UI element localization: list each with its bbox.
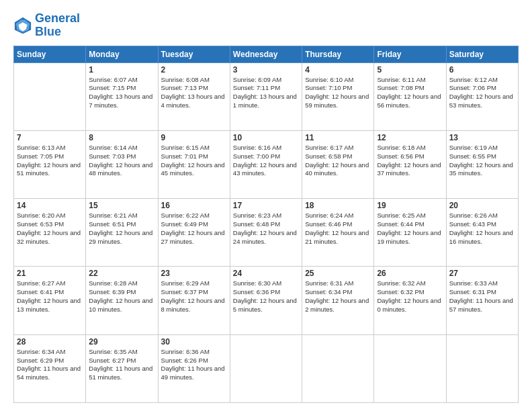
day-info: Sunrise: 6:18 AM Sunset: 6:56 PM Dayligh…	[377, 144, 443, 178]
day-info: Sunrise: 6:22 AM Sunset: 6:49 PM Dayligh…	[161, 212, 227, 246]
day-number: 21	[17, 269, 83, 278]
calendar-cell: 24Sunrise: 6:30 AM Sunset: 6:36 PM Dayli…	[230, 267, 302, 334]
day-number: 24	[233, 269, 299, 278]
logo: General Blue	[13, 12, 80, 39]
calendar-cell: 21Sunrise: 6:27 AM Sunset: 6:41 PM Dayli…	[14, 267, 86, 334]
day-number: 8	[89, 133, 154, 142]
calendar-header-sunday: Sunday	[14, 46, 86, 62]
calendar-cell: 3Sunrise: 6:09 AM Sunset: 7:11 PM Daylig…	[230, 62, 302, 130]
day-info: Sunrise: 6:26 AM Sunset: 6:43 PM Dayligh…	[449, 212, 515, 246]
day-info: Sunrise: 6:21 AM Sunset: 6:51 PM Dayligh…	[89, 212, 154, 246]
calendar-cell	[446, 334, 518, 402]
day-info: Sunrise: 6:27 AM Sunset: 6:41 PM Dayligh…	[17, 279, 83, 314]
day-number: 22	[89, 269, 154, 278]
calendar-header-tuesday: Tuesday	[158, 46, 230, 62]
calendar-cell: 29Sunrise: 6:35 AM Sunset: 6:27 PM Dayli…	[86, 334, 158, 402]
day-number: 23	[161, 269, 227, 278]
day-number: 16	[161, 201, 227, 210]
calendar-cell: 17Sunrise: 6:23 AM Sunset: 6:48 PM Dayli…	[230, 199, 302, 267]
calendar-cell: 13Sunrise: 6:19 AM Sunset: 6:55 PM Dayli…	[446, 130, 518, 198]
calendar-header-friday: Friday	[374, 46, 446, 62]
day-number: 3	[233, 65, 299, 75]
calendar-week-row: 14Sunrise: 6:20 AM Sunset: 6:53 PM Dayli…	[14, 199, 519, 267]
calendar-cell: 9Sunrise: 6:15 AM Sunset: 7:01 PM Daylig…	[158, 130, 230, 198]
day-info: Sunrise: 6:12 AM Sunset: 7:06 PM Dayligh…	[449, 76, 515, 110]
calendar-cell: 23Sunrise: 6:29 AM Sunset: 6:37 PM Dayli…	[158, 267, 230, 334]
day-info: Sunrise: 6:08 AM Sunset: 7:13 PM Dayligh…	[161, 76, 227, 110]
day-info: Sunrise: 6:16 AM Sunset: 7:00 PM Dayligh…	[233, 144, 299, 178]
calendar-cell: 1Sunrise: 6:07 AM Sunset: 7:15 PM Daylig…	[86, 62, 158, 130]
day-info: Sunrise: 6:29 AM Sunset: 6:37 PM Dayligh…	[161, 279, 227, 314]
day-info: Sunrise: 6:28 AM Sunset: 6:39 PM Dayligh…	[89, 279, 154, 314]
calendar-header-saturday: Saturday	[446, 46, 518, 62]
header: General Blue	[13, 12, 519, 39]
calendar-week-row: 1Sunrise: 6:07 AM Sunset: 7:15 PM Daylig…	[14, 62, 519, 130]
day-number: 15	[89, 201, 154, 210]
calendar-cell: 26Sunrise: 6:32 AM Sunset: 6:32 PM Dayli…	[374, 267, 446, 334]
day-number: 27	[449, 269, 515, 278]
day-info: Sunrise: 6:35 AM Sunset: 6:27 PM Dayligh…	[89, 348, 154, 382]
day-info: Sunrise: 6:24 AM Sunset: 6:46 PM Dayligh…	[305, 212, 371, 246]
day-number: 20	[449, 201, 515, 210]
calendar-cell: 4Sunrise: 6:10 AM Sunset: 7:10 PM Daylig…	[302, 62, 374, 130]
day-info: Sunrise: 6:13 AM Sunset: 7:05 PM Dayligh…	[17, 144, 83, 178]
calendar-cell	[230, 334, 302, 402]
logo-name: General	[35, 12, 80, 26]
calendar-cell: 5Sunrise: 6:11 AM Sunset: 7:08 PM Daylig…	[374, 62, 446, 130]
day-info: Sunrise: 6:30 AM Sunset: 6:36 PM Dayligh…	[233, 279, 299, 314]
calendar-cell: 19Sunrise: 6:25 AM Sunset: 6:44 PM Dayli…	[374, 199, 446, 267]
calendar-cell: 15Sunrise: 6:21 AM Sunset: 6:51 PM Dayli…	[86, 199, 158, 267]
day-number: 12	[377, 133, 443, 142]
day-number: 26	[377, 269, 443, 278]
calendar-cell	[374, 334, 446, 402]
calendar-cell: 27Sunrise: 6:33 AM Sunset: 6:31 PM Dayli…	[446, 267, 518, 334]
day-number: 6	[449, 65, 515, 75]
calendar-cell: 2Sunrise: 6:08 AM Sunset: 7:13 PM Daylig…	[158, 62, 230, 130]
calendar-cell: 8Sunrise: 6:14 AM Sunset: 7:03 PM Daylig…	[86, 130, 158, 198]
day-info: Sunrise: 6:36 AM Sunset: 6:26 PM Dayligh…	[161, 348, 227, 382]
day-number: 4	[305, 65, 371, 75]
day-number: 9	[161, 133, 227, 142]
page: General Blue SundayMondayTuesdayWednesda…	[0, 0, 532, 411]
calendar-cell: 16Sunrise: 6:22 AM Sunset: 6:49 PM Dayli…	[158, 199, 230, 267]
day-info: Sunrise: 6:33 AM Sunset: 6:31 PM Dayligh…	[449, 279, 515, 314]
day-info: Sunrise: 6:09 AM Sunset: 7:11 PM Dayligh…	[233, 76, 299, 110]
calendar-cell: 11Sunrise: 6:17 AM Sunset: 6:58 PM Dayli…	[302, 130, 374, 198]
day-info: Sunrise: 6:17 AM Sunset: 6:58 PM Dayligh…	[305, 144, 371, 178]
day-number: 14	[17, 201, 83, 210]
calendar-week-row: 7Sunrise: 6:13 AM Sunset: 7:05 PM Daylig…	[14, 130, 519, 198]
calendar-cell: 18Sunrise: 6:24 AM Sunset: 6:46 PM Dayli…	[302, 199, 374, 267]
calendar-cell: 22Sunrise: 6:28 AM Sunset: 6:39 PM Dayli…	[86, 267, 158, 334]
calendar-cell: 10Sunrise: 6:16 AM Sunset: 7:00 PM Dayli…	[230, 130, 302, 198]
day-info: Sunrise: 6:23 AM Sunset: 6:48 PM Dayligh…	[233, 212, 299, 246]
day-info: Sunrise: 6:10 AM Sunset: 7:10 PM Dayligh…	[305, 76, 371, 110]
day-number: 2	[161, 65, 227, 75]
day-number: 10	[233, 133, 299, 142]
calendar-cell: 12Sunrise: 6:18 AM Sunset: 6:56 PM Dayli…	[374, 130, 446, 198]
day-number: 25	[305, 269, 371, 278]
day-number: 13	[449, 133, 515, 142]
calendar-header-thursday: Thursday	[302, 46, 374, 62]
day-info: Sunrise: 6:15 AM Sunset: 7:01 PM Dayligh…	[161, 144, 227, 178]
day-info: Sunrise: 6:32 AM Sunset: 6:32 PM Dayligh…	[377, 279, 443, 314]
day-info: Sunrise: 6:25 AM Sunset: 6:44 PM Dayligh…	[377, 212, 443, 246]
calendar-cell: 25Sunrise: 6:31 AM Sunset: 6:34 PM Dayli…	[302, 267, 374, 334]
calendar-cell: 20Sunrise: 6:26 AM Sunset: 6:43 PM Dayli…	[446, 199, 518, 267]
calendar-cell	[302, 334, 374, 402]
calendar-header-row: SundayMondayTuesdayWednesdayThursdayFrid…	[14, 46, 519, 62]
calendar-cell: 14Sunrise: 6:20 AM Sunset: 6:53 PM Dayli…	[14, 199, 86, 267]
day-number: 30	[161, 337, 227, 347]
day-number: 5	[377, 65, 443, 75]
day-number: 17	[233, 201, 299, 210]
day-info: Sunrise: 6:34 AM Sunset: 6:29 PM Dayligh…	[17, 348, 83, 382]
calendar-cell: 30Sunrise: 6:36 AM Sunset: 6:26 PM Dayli…	[158, 334, 230, 402]
day-number: 18	[305, 201, 371, 210]
day-number: 11	[305, 133, 371, 142]
day-info: Sunrise: 6:14 AM Sunset: 7:03 PM Dayligh…	[89, 144, 154, 178]
calendar-cell: 7Sunrise: 6:13 AM Sunset: 7:05 PM Daylig…	[14, 130, 86, 198]
day-number: 29	[89, 337, 154, 347]
logo-icon	[13, 16, 32, 35]
day-number: 1	[89, 65, 154, 75]
day-info: Sunrise: 6:20 AM Sunset: 6:53 PM Dayligh…	[17, 212, 83, 246]
calendar-cell	[14, 62, 86, 130]
